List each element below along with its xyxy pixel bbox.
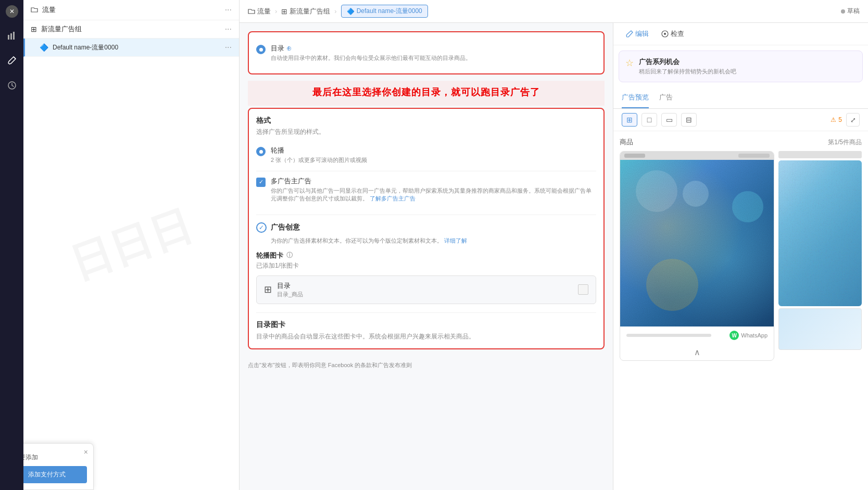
annotation-overlay: 最后在这里选择你创建的目录，就可以跑目录广告了 [248, 81, 605, 106]
opp-title: 广告系列机会 [639, 57, 736, 67]
ad-item-title: Default name-流量0000 [53, 43, 221, 52]
creativity-learn-link[interactable]: 详细了解 [444, 237, 467, 244]
panel-header: 流量 ··· [23, 0, 239, 20]
breadcrumb-active-text: Default name-流量0000 [357, 7, 422, 16]
carousel-info-icon[interactable]: ⓘ [286, 251, 293, 260]
creativity-desc: 为你的广告选择素材和文本。你还可以为每个版位定制素材和文本。 详细了解 [271, 237, 596, 245]
check-tab[interactable]: 检查 [657, 27, 688, 41]
ad-item-more[interactable]: ··· [225, 43, 232, 52]
carousel-card-label: 轮播图卡 ⓘ [256, 251, 596, 260]
ad-count: 第1/5件商品 [828, 138, 862, 147]
breadcrumb-active-icon: 🔷 [347, 8, 355, 15]
editor-panel: 目录 ⊕ 自动使用目录中的素材。我们会向每位受众展示他们最有可能互动的目录商品。… [240, 23, 613, 490]
right-img-noise [778, 160, 862, 306]
preview-content: 商品 第1/5件商品 [613, 131, 868, 490]
carousel-option-label: 轮播 [271, 146, 367, 155]
phone-bar-blur [626, 334, 711, 337]
ad-label: 商品 [620, 137, 633, 147]
carousel-count: 已添加1/张图卡 [256, 261, 596, 270]
wa-icon: W [729, 331, 739, 340]
carousel-card-section: 轮播图卡 ⓘ 已添加1/张图卡 ⊞ 目录 目录_商品 [256, 251, 596, 304]
left-sidebar: ✕ [0, 0, 23, 490]
panel-folder-title: 流量 [42, 5, 56, 15]
ad-item-icon: 🔷 [40, 43, 48, 52]
scroll-arrow[interactable]: ∧ [620, 344, 774, 360]
main-content: 流量 › ⊞ 新流量广告组 › 🔷 Default name-流量0000 草稿 [240, 0, 868, 490]
carousel-radio[interactable] [256, 147, 266, 156]
warning-count: 5 [838, 116, 842, 123]
top-nav: 流量 › ⊞ 新流量广告组 › 🔷 Default name-流量0000 草稿 [240, 0, 868, 23]
right-preview-header-blur [778, 151, 862, 158]
opp-content: 广告系列机会 稍后回来了解保持营销势头的新机会吧 [639, 57, 736, 76]
main-phone-preview: W WhatsApp ∧ [620, 151, 774, 361]
phone-top-bar-blur2 [738, 154, 770, 158]
close-button[interactable]: ✕ [6, 5, 18, 18]
edit-tab[interactable]: 编辑 [622, 27, 653, 41]
warning-badge: ⚠ 5 [831, 116, 842, 123]
notif-close-btn[interactable]: × [84, 448, 88, 456]
breadcrumb-active: 🔷 Default name-流量0000 [341, 5, 428, 18]
phone-top-bar [620, 152, 774, 160]
preview-tabs: 广告预览 广告 [613, 87, 868, 109]
folder-more-btn[interactable]: ··· [225, 5, 232, 15]
multi-option-row[interactable]: 多广告主广告 你的广告可以与其他广告一同显示在同一广告单元，帮助用户探索系统为其… [256, 171, 596, 207]
catalog-plus-icon: ⊕ [286, 44, 292, 52]
catalog-option-row: 目录 ⊕ 自动使用目录中的素材。我们会向每位受众展示他们最有可能互动的目录商品。 [256, 40, 596, 66]
warning-triangle-icon: ⚠ [831, 116, 836, 123]
preview-tab-ad[interactable]: 广告 [659, 87, 673, 108]
ad-preview-container: W WhatsApp ∧ [620, 151, 774, 361]
device-btn-tablet[interactable]: ⊟ [681, 113, 697, 127]
multi-option-desc: 你的广告可以与其他广告一同显示在同一广告单元，帮助用户探索系统为其量身推荐的商家… [271, 187, 596, 203]
creativity-section: ✓ 广告创意 为你的广告选择素材和文本。你还可以为每个版位定制素材和文本。 详细… [256, 215, 596, 304]
catalog-radio[interactable] [256, 45, 266, 54]
svg-rect-0 [8, 35, 9, 40]
breadcrumb-grid-icon: ⊞ [281, 7, 287, 16]
svg-rect-1 [10, 33, 12, 40]
whatsapp-label: WhatsApp [741, 332, 768, 338]
panel-ad-item[interactable]: 🔷 Default name-流量0000 ··· [23, 39, 239, 57]
preview-panel: 编辑 检查 ☆ 广告系列机会 稍后回来了解保持营销势头的新机会吧 广告预览 广告 [613, 23, 868, 490]
right-preview-small [778, 308, 862, 350]
format-desc: 选择广告所呈现的样式。 [256, 128, 596, 136]
catalog-map-title: 目录图卡 [256, 320, 596, 330]
carousel-option-row[interactable]: 轮播 2 张（个）或更多可滚动的图片或视频 [256, 142, 596, 168]
device-btn-grid[interactable]: ⊞ [622, 113, 637, 127]
analytics-icon[interactable] [5, 28, 19, 43]
catalog-item-name: 目录 [277, 281, 303, 291]
breadcrumb-group-text: 新流量广告组 [290, 7, 330, 16]
bottom-note: 点击"发布"按钮，即表明你同意 Facebook 的条款和广告发布准则 [248, 356, 605, 375]
subgroup-more-btn[interactable]: ··· [225, 24, 232, 34]
pixel-overlay [620, 160, 774, 326]
multi-option-label: 多广告主广告 [271, 177, 596, 186]
preview-tab-preview[interactable]: 广告预览 [622, 87, 649, 108]
carousel-option-content: 轮播 2 张（个）或更多可滚动的图片或视频 [271, 146, 367, 164]
subgroup-title-row: ⊞ 新流量广告组 [31, 24, 82, 34]
edit-check-bar: 编辑 检查 [613, 23, 868, 45]
format-title: 格式 [256, 116, 596, 125]
expand-btn[interactable]: ⤢ [846, 113, 860, 127]
catalog-option-content: 目录 ⊕ 自动使用目录中的素材。我们会向每位受众展示他们最有可能互动的目录商品。 [271, 44, 471, 62]
creativity-check-icon: ✓ [256, 222, 267, 233]
multi-checkbox[interactable] [256, 178, 266, 187]
device-btn-mobile[interactable]: ▭ [661, 113, 677, 127]
svg-point-5 [664, 33, 666, 35]
catalog-section-card: 目录 ⊕ 自动使用目录中的素材。我们会向每位受众展示他们最有可能互动的目录商品。 [248, 31, 605, 74]
panel-subgroup: ⊞ 新流量广告组 ··· [23, 20, 239, 39]
subgroup-title: 新流量广告组 [41, 24, 82, 34]
catalog-item-action[interactable] [578, 284, 588, 295]
creativity-header: ✓ 广告创意 [256, 222, 596, 233]
creativity-title: 广告创意 [271, 223, 300, 232]
draft-badge: 草稿 [841, 7, 860, 16]
history-icon[interactable] [5, 78, 19, 93]
svg-rect-2 [13, 32, 15, 40]
breadcrumb-folder: 流量 [248, 7, 271, 16]
device-btn-desktop[interactable]: □ [641, 113, 657, 127]
catalog-item[interactable]: ⊞ 目录 目录_商品 [256, 275, 596, 304]
multi-option-content: 多广告主广告 你的广告可以与其他广告一同显示在同一广告单元，帮助用户探索系统为其… [271, 177, 596, 203]
right-preview-img [778, 160, 862, 306]
phone-image-area [620, 160, 774, 326]
preview-toolbar: ⊞ □ ▭ ⊟ ⚠ 5 ⤢ [613, 109, 868, 131]
breadcrumb-sep1: › [275, 7, 277, 15]
edit-icon[interactable] [5, 53, 19, 68]
multi-learn-link[interactable]: 了解多广告主广告 [370, 195, 416, 202]
